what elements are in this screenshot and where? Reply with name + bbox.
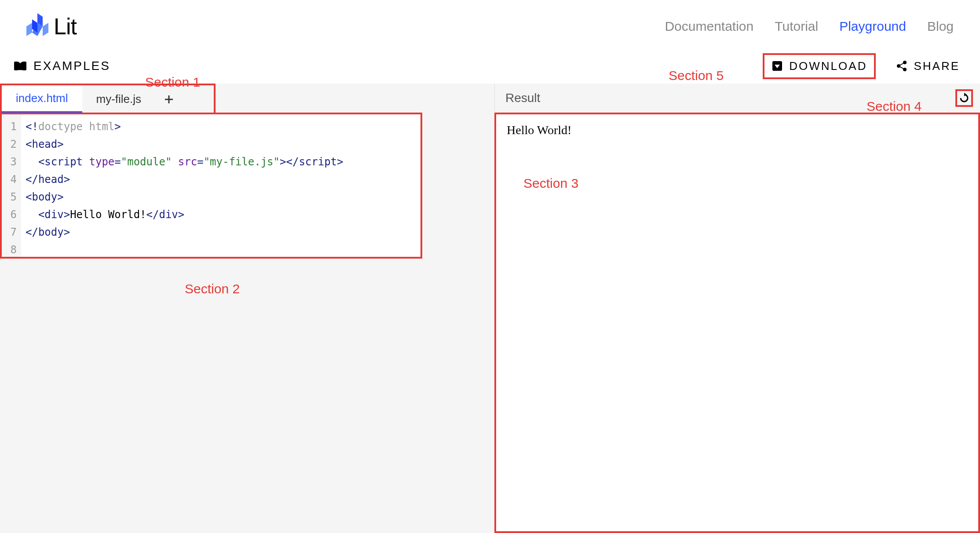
result-pane: Result Hello World! [494, 84, 980, 533]
nav-playground[interactable]: Playground [839, 19, 906, 34]
share-label: SHARE [914, 59, 960, 73]
download-button[interactable]: DOWNLOAD [763, 53, 876, 79]
download-label: DOWNLOAD [789, 59, 867, 73]
playground-toolbar: EXAMPLES DOWNLOAD SHARE [0, 48, 980, 84]
result-text: Hello World! [507, 123, 571, 137]
svg-line-10 [899, 62, 905, 66]
code-editor[interactable]: 12345678 <!doctype html><head> <script t… [0, 113, 422, 259]
nav-tutorial[interactable]: Tutorial [775, 19, 818, 34]
main-nav: Documentation Tutorial Playground Blog [665, 19, 954, 34]
plus-icon [164, 95, 174, 104]
examples-button[interactable]: EXAMPLES [13, 59, 110, 73]
book-icon [13, 61, 27, 71]
refresh-icon [959, 93, 969, 103]
file-tabs: index.html my-file.js [0, 84, 216, 113]
svg-line-11 [899, 66, 905, 69]
result-title: Result [505, 91, 540, 105]
svg-marker-2 [32, 19, 37, 33]
lit-logo-icon [26, 13, 48, 40]
workspace: index.html my-file.js 12345678 <!doctype… [0, 84, 980, 533]
share-icon [896, 60, 907, 72]
download-icon [772, 60, 783, 72]
refresh-button[interactable] [955, 89, 973, 107]
line-gutter: 12345678 [2, 114, 21, 257]
result-header: Result [494, 84, 980, 113]
tab-my-file-js[interactable]: my-file.js [82, 85, 156, 113]
logo-text: Lit [54, 13, 77, 40]
tab-index-html[interactable]: index.html [2, 85, 82, 113]
examples-label: EXAMPLES [33, 59, 110, 73]
add-tab-button[interactable] [155, 91, 183, 108]
share-button[interactable]: SHARE [889, 55, 967, 77]
result-output: Hello World! [494, 113, 980, 533]
site-header: Lit Documentation Tutorial Playground Bl… [0, 0, 980, 48]
nav-blog[interactable]: Blog [927, 19, 954, 34]
editor-pane: index.html my-file.js 12345678 <!doctype… [0, 84, 494, 533]
nav-documentation[interactable]: Documentation [665, 19, 753, 34]
logo[interactable]: Lit [26, 13, 77, 40]
code-content[interactable]: <!doctype html><head> <script type="modu… [21, 114, 421, 257]
svg-marker-4 [43, 23, 48, 36]
svg-marker-3 [26, 23, 32, 36]
